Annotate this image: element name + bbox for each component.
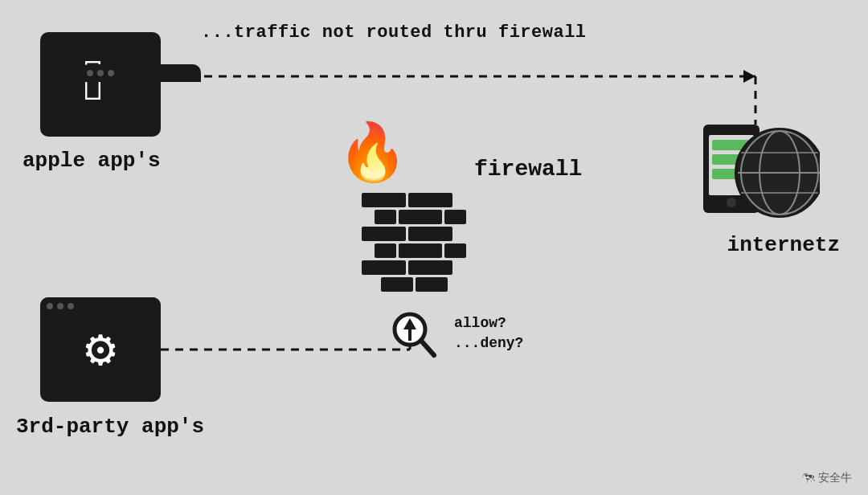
allow-deny-text: allow? ...deny? xyxy=(454,313,523,354)
brick xyxy=(362,227,406,241)
titlebar-dot xyxy=(47,303,53,309)
titlebar-dot xyxy=(97,70,104,76)
brick xyxy=(399,210,443,224)
brick xyxy=(362,260,406,275)
watermark: 🐄 安全牛 xyxy=(801,471,852,485)
internet-container xyxy=(699,112,820,233)
titlebar-dot xyxy=(108,70,114,76)
apple-app-label: apple app's xyxy=(23,149,161,173)
brick xyxy=(444,243,466,258)
titlebar-dot xyxy=(87,70,93,76)
titlebar-dot xyxy=(57,303,63,309)
brick xyxy=(399,243,443,258)
apple-box-titlebar xyxy=(80,64,201,82)
firewall-label: firewall xyxy=(474,157,582,182)
brick-wall xyxy=(362,193,466,294)
titlebar-dot xyxy=(68,303,74,309)
brick xyxy=(375,243,396,258)
brick xyxy=(408,260,452,275)
flame-icon: 🔥 xyxy=(338,129,407,185)
traffic-label: ...traffic not routed thru firewall xyxy=(201,22,587,43)
svg-point-13 xyxy=(727,198,736,207)
third-party-app-box: ⚙ xyxy=(40,297,161,402)
internet-label: internetz xyxy=(727,233,840,257)
svg-line-7 xyxy=(421,341,434,355)
third-party-app-label: 3rd-party app's xyxy=(16,415,204,439)
brick xyxy=(362,193,406,207)
svg-marker-1 xyxy=(743,70,755,83)
brick xyxy=(408,227,452,241)
brick xyxy=(381,277,413,292)
apple-app-box:  xyxy=(40,32,161,137)
brick xyxy=(416,277,448,292)
brick xyxy=(408,193,452,207)
brick xyxy=(444,210,466,224)
brick xyxy=(375,210,396,224)
internet-icon xyxy=(699,112,820,229)
magnifier-icon xyxy=(392,312,436,370)
gear-icon: ⚙ xyxy=(85,318,117,381)
